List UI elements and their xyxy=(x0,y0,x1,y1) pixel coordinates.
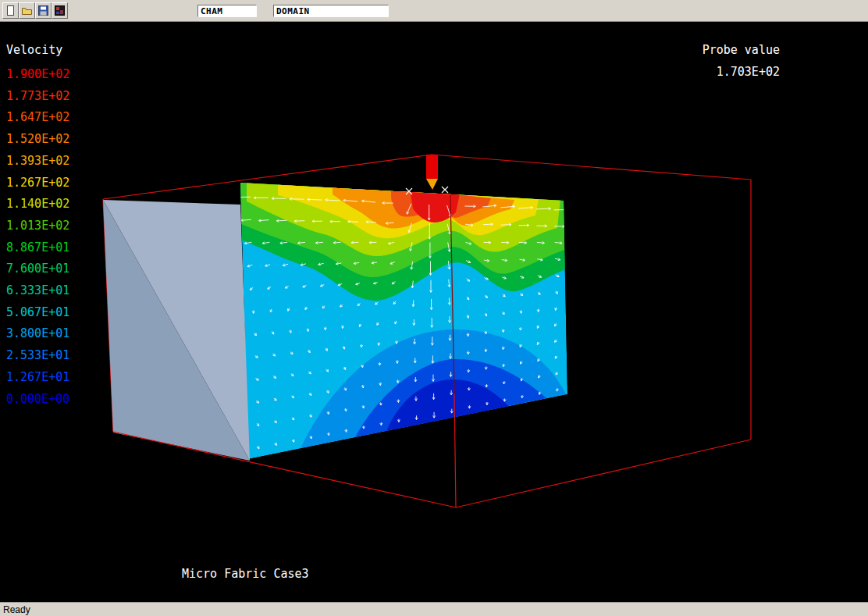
legend-entry: 1.393E+02 xyxy=(6,151,69,173)
probe-value: 1.703E+02 xyxy=(703,65,780,79)
status-bar: Ready xyxy=(0,602,868,616)
main-viewport: Velocity 1.900E+02 1.773E+02 1.647E+02 1… xyxy=(0,22,868,602)
probe-body xyxy=(426,155,438,179)
velocity-contour-slice xyxy=(239,180,567,459)
probe-marker[interactable] xyxy=(426,155,438,190)
legend-entry: 6.333E+01 xyxy=(6,280,69,302)
status-text: Ready xyxy=(3,604,30,615)
legend: Velocity 1.900E+02 1.773E+02 1.647E+02 1… xyxy=(6,43,69,410)
legend-entry: 8.867E+01 xyxy=(6,237,69,259)
legend-entry: 1.773E+02 xyxy=(6,86,69,108)
open-file-icon xyxy=(22,5,32,16)
toolbar-button-new[interactable] xyxy=(2,2,19,19)
legend-title: Velocity xyxy=(6,43,69,57)
probe-label: Probe value xyxy=(703,43,780,57)
viewport-3d[interactable] xyxy=(0,22,868,602)
legend-entry: 3.800E+01 xyxy=(6,323,69,345)
probe-tip xyxy=(426,179,438,190)
new-file-icon xyxy=(5,5,16,16)
blockage-object xyxy=(103,200,250,461)
probe-panel: Probe value 1.703E+02 xyxy=(703,43,780,79)
toolbar-button-save[interactable] xyxy=(35,2,52,19)
legend-entry: 7.600E+01 xyxy=(6,258,69,280)
legend-entry: 1.900E+02 xyxy=(6,64,69,86)
toolbar-button-open[interactable] xyxy=(19,2,35,19)
app-grid-icon xyxy=(55,5,65,16)
save-icon xyxy=(38,5,48,16)
legend-entry: 1.140E+02 xyxy=(6,194,69,215)
toolbar-button-app[interactable] xyxy=(52,2,68,19)
legend-entry: 1.013E+02 xyxy=(6,215,69,237)
legend-entry: 1.520E+02 xyxy=(6,129,69,151)
case-name-field[interactable] xyxy=(197,5,257,17)
legend-entry: 2.533E+01 xyxy=(6,345,69,367)
legend-entry: 1.267E+01 xyxy=(6,367,69,389)
legend-entry: 1.267E+02 xyxy=(6,173,69,194)
legend-entry: 1.647E+02 xyxy=(6,107,69,129)
domain-name-field[interactable] xyxy=(273,5,389,17)
toolbar xyxy=(0,0,868,22)
legend-entry: 5.067E+01 xyxy=(6,302,69,324)
x-mark-right xyxy=(442,187,448,193)
case-caption: Micro Fabric Case3 xyxy=(182,567,309,581)
legend-entry: 0.000E+00 xyxy=(6,389,69,411)
